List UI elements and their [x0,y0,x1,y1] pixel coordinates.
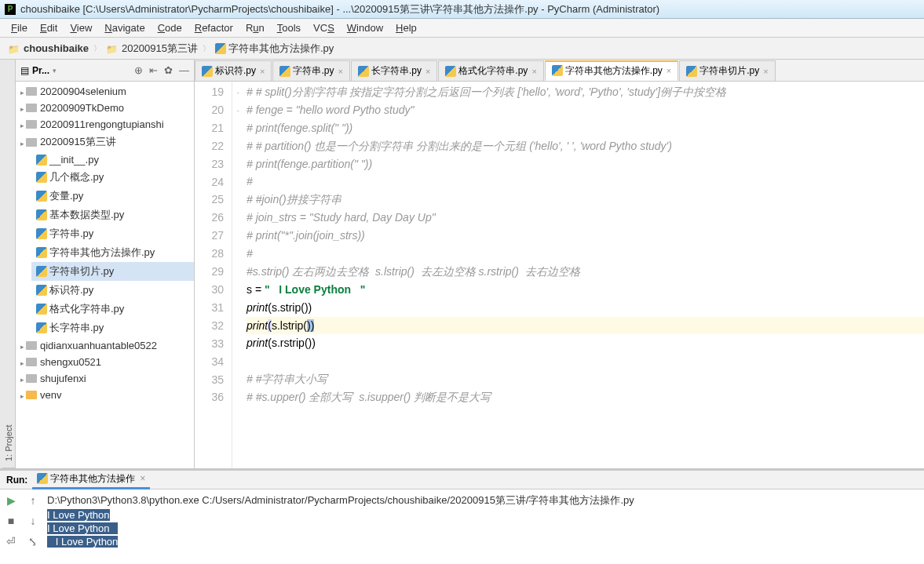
code-line[interactable]: # join_strs = "Study hard, Day Day Up" [247,209,924,227]
menu-refactor[interactable]: Refactor [188,20,239,35]
gear-icon[interactable]: ✿ [164,64,173,76]
tree-item[interactable]: qidianxuanhuantable0522 [16,337,194,354]
close-icon[interactable]: × [140,473,145,484]
tree-item[interactable]: 格式化字符串.py [31,300,194,318]
tree-item[interactable]: 字符串.py [31,224,194,243]
code-line[interactable]: # # split()分割字符串 按指定字符分割之后返回一个列表 ['hello… [247,83,924,101]
breadcrumb[interactable]: choushibaike 〉 20200915第三讲 〉 字符串其他方法操作.p… [8,42,334,56]
run-tab[interactable]: 字符串其他方法操作 × [32,471,150,489]
project-panel-header: ▤ Pr... ▾ ⊕ ⇤ ✿ — [16,60,194,82]
tree-item[interactable]: 基本数据类型.py [31,206,194,224]
tree-item-label: 20200909TkDemo [40,102,124,114]
code-line[interactable]: print(s.rstrip()) [247,334,924,352]
code-line[interactable]: # print(fenge.partition(" ")) [247,155,924,173]
python-file-icon [36,247,47,258]
close-icon[interactable]: × [667,66,671,75]
editor-tab[interactable]: 标识符.py× [195,60,272,81]
project-tool-icon: ▤ [20,65,29,76]
tree-item[interactable]: 长字符串.py [31,318,194,337]
close-icon[interactable]: × [425,67,430,76]
down-arrow-icon[interactable]: ↓ [31,515,36,527]
menu-window[interactable]: Window [341,20,389,35]
folder-icon [26,138,37,147]
python-file-icon [36,266,47,277]
folder-icon [26,341,37,350]
code-line[interactable]: # print("*".join(join_strs)) [247,227,924,245]
menu-file[interactable]: File [5,20,34,35]
dropdown-icon[interactable]: ▾ [53,67,57,75]
breadcrumb-root: choushibaike [24,42,89,54]
code-line[interactable] [247,352,924,370]
menu-vcs[interactable]: VCS [307,20,341,35]
folder-icon [26,120,37,129]
code-line[interactable]: # [247,173,924,191]
menu-edit[interactable]: Edit [34,20,64,35]
tree-item[interactable]: 字符串其他方法操作.py [31,243,194,262]
editor-tab[interactable]: 格式化字符串.py× [438,60,543,81]
tree-item[interactable]: 标识符.py [31,281,194,300]
project-tool-tab[interactable]: 1: Project [2,60,15,468]
project-tree[interactable]: 20200904selenium20200909TkDemo20200911re… [16,82,194,468]
menu-navigate[interactable]: Navigate [98,20,151,35]
code-line[interactable]: # print(fenge.split(" ")) [247,119,924,137]
editor-tab[interactable]: 长字符串.py× [351,60,437,81]
menu-help[interactable]: Help [389,20,423,35]
tree-item-label: 几个概念.py [49,170,104,184]
close-icon[interactable]: × [260,67,265,76]
menu-tools[interactable]: Tools [271,20,307,35]
editor-tab[interactable]: 字符串切片.py× [679,60,775,81]
python-file-icon [36,228,47,239]
tree-item[interactable]: 变量.py [31,187,194,206]
code-line[interactable]: s = " I Love Python " [247,281,924,299]
code-line[interactable]: # #s.upper() 全部大写 s.isupper() 判断是不是大写 [247,388,924,406]
tree-item[interactable]: 字符串切片.py [31,262,194,281]
code-line[interactable]: print(s.lstrip()) [247,317,924,335]
python-file-icon [36,285,47,296]
code-line[interactable]: # #字符串大小写 [247,370,924,388]
up-arrow-icon[interactable]: ↑ [31,494,36,507]
target-icon[interactable]: ⊕ [134,64,143,76]
editor-tab[interactable]: 字符串其他方法操作.py× [545,60,678,81]
code-line[interactable]: # [247,245,924,263]
close-icon[interactable]: × [763,67,768,76]
folder-icon [26,358,37,366]
code-line[interactable]: # fenge = "hello word Pytho study" [247,101,924,119]
tree-item[interactable]: 20200909TkDemo [16,100,194,116]
menu-code[interactable]: Code [152,20,188,35]
chevron-icon [20,86,26,97]
code-body[interactable]: # # split()分割字符串 按指定字符分割之后返回一个列表 ['hello… [243,82,924,468]
tree-item[interactable]: venv [16,387,194,403]
hide-icon[interactable]: — [179,64,189,76]
menu-view[interactable]: View [64,20,98,35]
tree-item[interactable]: __init__.py [31,151,194,168]
menu-run[interactable]: Run [239,20,271,35]
tree-item[interactable]: 20200911rengongtupianshi [16,116,194,133]
chevron-icon [20,389,26,401]
python-file-icon [36,191,47,202]
code-line[interactable]: print(s.strip()) [247,299,924,317]
collapse-icon[interactable]: ⇤ [149,64,158,76]
tree-item[interactable]: shujufenxi [16,370,194,387]
close-icon[interactable]: × [338,67,342,76]
code-area[interactable]: 192021222324252627282930313233343536 -- … [195,82,924,468]
tree-item-label: qidianxuanhuantable0522 [40,340,157,351]
run-output[interactable]: D:\Python3\Python3.8\python.exe C:/Users… [44,489,924,564]
output-line: I Love Python [47,509,110,521]
run-button-icon[interactable]: ▶ [7,494,16,507]
exit-icon[interactable]: ⏎ [6,535,16,548]
code-line[interactable]: #s.strip() 左右两边去空格 s.lstrip() 去左边空格 s.rs… [247,263,924,281]
code-line[interactable]: # # partition() 也是一个分割字符串 分割出来的是一个元组 ('h… [247,137,924,155]
output-command: D:\Python3\Python3.8\python.exe C:/Users… [44,493,924,508]
wrap-icon[interactable]: ⤣ [28,535,38,548]
stop-button-icon[interactable]: ■ [8,515,14,527]
chevron-icon [20,340,26,351]
tree-item[interactable]: shengxu0521 [16,354,194,370]
code-line[interactable]: # #join()拼接字符串 [247,191,924,209]
tree-item-label: 变量.py [49,189,83,203]
breadcrumb-file: 字符串其他方法操作.py [228,42,334,56]
close-icon[interactable]: × [531,67,536,76]
editor-tab[interactable]: 字符串.py× [272,60,349,81]
tree-item[interactable]: 20200915第三讲 [16,133,194,151]
tree-item[interactable]: 几个概念.py [31,168,194,187]
tree-item[interactable]: 20200904selenium [16,83,194,100]
